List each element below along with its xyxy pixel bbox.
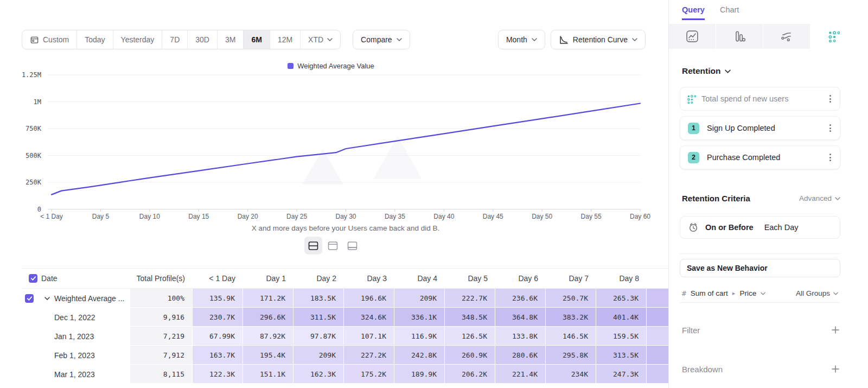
row-label-text: Mar 1, 2023 bbox=[54, 370, 95, 379]
range-label: Yesterday bbox=[121, 35, 155, 44]
tab-query[interactable]: Query bbox=[682, 5, 705, 20]
table-header-day-7: Day 7 bbox=[546, 268, 596, 289]
row-expand-chevron-icon[interactable] bbox=[44, 297, 50, 300]
query-panel: Query Chart Retention Total spend of new… bbox=[668, 0, 868, 388]
granularity-button[interactable]: Month bbox=[498, 30, 545, 49]
all-groups-dropdown[interactable]: All Groups bbox=[796, 289, 838, 297]
compare-label: Compare bbox=[361, 35, 392, 44]
table-cell: 183.5K bbox=[293, 289, 344, 308]
x-axis-label: Day 10 bbox=[128, 213, 171, 220]
range-xtd[interactable]: XTD bbox=[300, 30, 340, 49]
table-header-checkbox-cell bbox=[22, 268, 41, 289]
compare-button[interactable]: Compare bbox=[353, 30, 410, 49]
range-7d[interactable]: 7D bbox=[162, 30, 187, 49]
table-cell: 133.8K bbox=[495, 327, 546, 346]
y-axis-label: 750K bbox=[0, 124, 41, 133]
retention-section-title: Retention bbox=[682, 66, 720, 76]
filter-section: Filter bbox=[682, 323, 839, 337]
kebab-menu-icon[interactable] bbox=[827, 93, 833, 105]
date-range-group: CustomTodayYesterday7D30D3M6M12MXTD bbox=[22, 30, 341, 49]
y-axis-label: 250K bbox=[0, 178, 41, 187]
table-cell: 116.9K bbox=[394, 327, 445, 346]
table-row-label: Feb 1, 2023 bbox=[41, 346, 130, 365]
chart-style-button[interactable]: Retention Curve bbox=[551, 30, 646, 49]
table-cell: 195.4K bbox=[243, 346, 293, 365]
retention-section-toggle[interactable]: Retention bbox=[682, 66, 731, 76]
criteria-mode-dropdown[interactable]: Advanced bbox=[799, 194, 840, 202]
range-label: 7D bbox=[170, 35, 180, 44]
table-view-button[interactable] bbox=[343, 237, 361, 255]
panel-divider bbox=[680, 253, 840, 254]
behavior-title: Total spend of new users bbox=[701, 94, 788, 103]
checkbox-checked[interactable] bbox=[25, 294, 34, 303]
breakdown-section: Breakdown bbox=[682, 362, 839, 376]
retention-table: DateTotal Profile(s)< 1 DayDay 1Day 2Day… bbox=[22, 268, 668, 384]
table-cell: 163.7K bbox=[193, 346, 243, 365]
table-cell: 151.1K bbox=[243, 365, 293, 384]
check-icon bbox=[30, 276, 36, 281]
table-cell: 383.2K bbox=[546, 308, 596, 327]
table-cell-overflow bbox=[647, 308, 668, 327]
tab-retention[interactable] bbox=[810, 24, 858, 49]
table-cell: 401.4K bbox=[596, 308, 647, 327]
chart-caption: X and more days before your Users came b… bbox=[183, 224, 508, 232]
table-header-day-3: Day 3 bbox=[344, 268, 394, 289]
range-label: 3M bbox=[225, 35, 235, 44]
table-row-label[interactable]: Weighted Average ... bbox=[41, 289, 130, 308]
tab-flows[interactable] bbox=[763, 24, 810, 49]
kebab-menu-icon[interactable] bbox=[827, 151, 833, 163]
chevron-down-icon bbox=[532, 38, 537, 41]
range-custom[interactable]: Custom bbox=[22, 30, 76, 49]
table-cell: 87.92K bbox=[243, 327, 293, 346]
behavior-card[interactable]: Total spend of new users bbox=[680, 87, 840, 111]
criteria-card[interactable]: On or Before Each Day bbox=[680, 216, 840, 239]
range-30d[interactable]: 30D bbox=[187, 30, 217, 49]
all-groups-label: All Groups bbox=[796, 289, 830, 297]
total-profiles-cell: 8,115 bbox=[130, 365, 193, 384]
main-area: CustomTodayYesterday7D30D3M6M12MXTD Comp… bbox=[0, 0, 668, 388]
range-3m[interactable]: 3M bbox=[217, 30, 243, 49]
range-12m[interactable]: 12M bbox=[270, 30, 300, 49]
table-cell: 221.4K bbox=[495, 365, 546, 384]
split-view-button[interactable] bbox=[304, 237, 322, 255]
row-checkbox-cell bbox=[22, 365, 41, 384]
retention-chart: Weighted Average Value 1.25M1M750K500K25… bbox=[0, 57, 668, 239]
chevron-down-icon bbox=[761, 292, 765, 295]
total-profiles-cell: 7,219 bbox=[130, 327, 193, 346]
tab-insights[interactable] bbox=[669, 24, 716, 49]
table-cell: 209K bbox=[394, 289, 445, 308]
table-header-total-profiles: Total Profile(s) bbox=[130, 268, 193, 289]
chart-plot bbox=[22, 71, 651, 220]
save-as-new-behavior-label: Save as New Behavior bbox=[687, 264, 768, 272]
save-as-new-behavior-button[interactable]: Save as New Behavior bbox=[680, 259, 840, 277]
range-6m[interactable]: 6M bbox=[243, 30, 269, 49]
table-cell: 146.5K bbox=[546, 327, 596, 346]
kebab-menu-icon[interactable] bbox=[827, 122, 833, 134]
row-label-text: Feb 1, 2023 bbox=[54, 351, 95, 360]
add-filter-icon[interactable] bbox=[832, 326, 839, 334]
add-breakdown-icon[interactable] bbox=[832, 365, 839, 373]
step-card-2[interactable]: 2Purchase Completed bbox=[680, 145, 840, 169]
table-header-date: Date bbox=[41, 268, 130, 289]
range-yesterday[interactable]: Yesterday bbox=[113, 30, 162, 49]
view-toggles bbox=[304, 237, 361, 255]
table-cell: 162.3K bbox=[293, 365, 344, 384]
row-checkbox-cell bbox=[22, 289, 41, 308]
range-today[interactable]: Today bbox=[76, 30, 112, 49]
metric-row[interactable]: # Sum of cart ▸ Price All Groups bbox=[680, 284, 840, 303]
table-header-overflow bbox=[647, 268, 668, 289]
chart-view-button[interactable] bbox=[324, 237, 342, 255]
x-axis-label: Day 60 bbox=[618, 213, 662, 220]
checkbox-checked[interactable] bbox=[29, 274, 37, 283]
table-cell: 296.6K bbox=[243, 308, 293, 327]
x-axis-label: Day 45 bbox=[471, 213, 515, 220]
tab-funnels[interactable] bbox=[716, 24, 763, 49]
range-label: Today bbox=[85, 35, 105, 44]
step-card-1[interactable]: 1Sign Up Completed bbox=[680, 116, 840, 140]
x-axis-label: Day 5 bbox=[79, 213, 122, 220]
range-label: 30D bbox=[195, 35, 209, 44]
tab-chart[interactable]: Chart bbox=[720, 5, 739, 20]
weighted-average-line bbox=[52, 104, 640, 195]
table-cell-overflow bbox=[647, 289, 668, 308]
x-axis-label: Day 30 bbox=[324, 213, 368, 220]
